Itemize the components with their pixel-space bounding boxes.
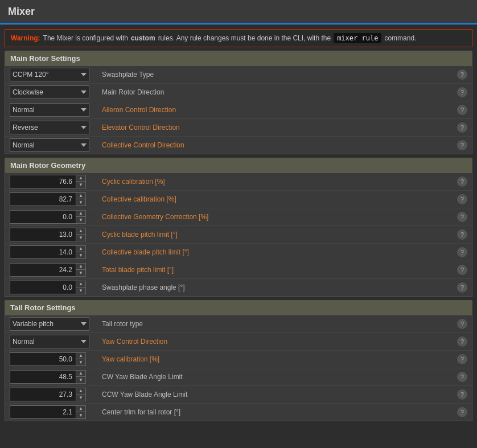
main-rotor-direction-help-icon[interactable]: ?	[457, 87, 467, 97]
collective-blade-pitch-limit-down-button[interactable]: ▼	[76, 252, 85, 258]
collective-geometry-correction-up-button[interactable]: ▲	[76, 211, 85, 217]
collective-calibration-input[interactable]	[10, 192, 76, 206]
warning-text-end: command.	[384, 34, 416, 42]
swashplate-phase-angle-label: Swashplate phase angle [°]	[95, 283, 457, 291]
total-blade-pitch-limit-input[interactable]	[10, 263, 76, 277]
field-row-tail-rotor-type: Variable pitchFixed pitchTail rotor type…	[5, 315, 472, 333]
aileron-control-direction-select[interactable]: NormalReverse	[10, 103, 89, 117]
collective-blade-pitch-limit-label: Collective blade pitch limit [°]	[95, 248, 457, 256]
collective-calibration-help-icon[interactable]: ?	[457, 194, 467, 204]
collective-blade-pitch-limit-spinner: ▲▼	[10, 245, 89, 259]
page-title: Mixer	[0, 0, 477, 24]
field-row-collective-control-direction: NormalReverseCollective Control Directio…	[5, 137, 472, 154]
aileron-control-direction-help-icon[interactable]: ?	[457, 105, 467, 115]
swashplate-type-help-icon[interactable]: ?	[457, 69, 467, 80]
collective-calibration-down-button[interactable]: ▼	[76, 199, 85, 205]
total-blade-pitch-limit-label: Total blade pitch limit [°]	[95, 266, 457, 274]
field-row-ccw-yaw-blade-angle-limit: ▲▼CCW Yaw Blade Angle Limit?	[5, 386, 472, 404]
collective-geometry-correction-spinner: ▲▼	[10, 210, 89, 224]
cw-yaw-blade-angle-limit-input[interactable]	[10, 370, 76, 384]
ccw-yaw-blade-angle-limit-label: CCW Yaw Blade Angle Limit	[95, 391, 457, 398]
tail-rotor-type-help-icon[interactable]: ?	[457, 319, 467, 329]
swashplate-type-select[interactable]: CCPM 120°CCPM 90°Single Servo	[10, 68, 89, 81]
swashplate-phase-angle-down-button[interactable]: ▼	[76, 287, 85, 294]
ccw-yaw-blade-angle-limit-down-button[interactable]: ▼	[76, 394, 85, 401]
elevator-control-direction-help-icon[interactable]: ?	[457, 122, 467, 133]
main-rotor-direction-select[interactable]: ClockwiseCounter-Clockwise	[10, 85, 89, 99]
yaw-control-direction-select[interactable]: NormalReverse	[10, 335, 89, 348]
center-trim-tail-rotor-up-button[interactable]: ▲	[76, 406, 85, 412]
swashplate-phase-angle-up-button[interactable]: ▲	[76, 281, 85, 287]
swashplate-phase-angle-help-icon[interactable]: ?	[457, 282, 467, 293]
cw-yaw-blade-angle-limit-up-button[interactable]: ▲	[76, 371, 85, 377]
center-trim-tail-rotor-help-icon[interactable]: ?	[457, 407, 467, 417]
total-blade-pitch-limit-help-icon[interactable]: ?	[457, 265, 467, 275]
collective-calibration-up-button[interactable]: ▲	[76, 193, 85, 199]
yaw-control-direction-label: Yaw Control Direction	[95, 338, 457, 346]
yaw-control-direction-help-icon[interactable]: ?	[457, 336, 467, 347]
cyclic-blade-pitch-limit-help-icon[interactable]: ?	[457, 229, 467, 240]
collective-control-direction-help-icon[interactable]: ?	[457, 140, 467, 150]
warning-label: Warning:	[11, 34, 40, 42]
yaw-calibration-up-button[interactable]: ▲	[76, 353, 85, 359]
collective-geometry-correction-input[interactable]	[10, 210, 76, 224]
center-trim-tail-rotor-input[interactable]	[10, 405, 76, 419]
cyclic-calibration-up-button[interactable]: ▲	[76, 175, 85, 182]
cyclic-calibration-down-button[interactable]: ▼	[76, 182, 85, 188]
elevator-control-direction-label: Elevator Control Direction	[95, 124, 457, 131]
ccw-yaw-blade-angle-limit-help-icon[interactable]: ?	[457, 389, 467, 400]
ccw-yaw-blade-angle-limit-spinner: ▲▼	[10, 388, 89, 401]
cyclic-blade-pitch-limit-label: Cyclic blade pitch limit [°]	[95, 231, 457, 239]
ccw-yaw-blade-angle-limit-up-button[interactable]: ▲	[76, 388, 85, 394]
tail-rotor-type-label: Tail rotor type	[95, 320, 457, 328]
total-blade-pitch-limit-spinner: ▲▼	[10, 263, 89, 277]
collective-control-direction-select[interactable]: NormalReverse	[10, 138, 89, 152]
field-row-main-rotor-direction: ClockwiseCounter-ClockwiseMain Rotor Dir…	[5, 84, 472, 101]
cyclic-blade-pitch-limit-input[interactable]	[10, 228, 76, 241]
cyclic-calibration-input[interactable]	[10, 175, 76, 188]
cyclic-blade-pitch-limit-up-button[interactable]: ▲	[76, 228, 85, 235]
swashplate-phase-angle-input[interactable]	[10, 281, 76, 294]
field-row-yaw-control-direction: NormalReverseYaw Control Direction?	[5, 333, 472, 351]
section-body-tail-rotor-settings: Variable pitchFixed pitchTail rotor type…	[5, 315, 472, 421]
elevator-control-direction-select[interactable]: NormalReverse	[10, 121, 89, 134]
yaw-calibration-spinner: ▲▼	[10, 352, 89, 366]
collective-control-direction-label: Collective Control Direction	[95, 141, 457, 149]
warning-command: mixer rule	[334, 33, 381, 43]
field-row-swashplate-phase-angle: ▲▼Swashplate phase angle [°]?	[5, 279, 472, 296]
cyclic-calibration-help-icon[interactable]: ?	[457, 176, 467, 187]
yaw-calibration-down-button[interactable]: ▼	[76, 359, 85, 365]
center-trim-tail-rotor-label: Center trim for tail rotor [°]	[95, 408, 457, 416]
collective-geometry-correction-label: Collective Geometry Correction [%]	[95, 213, 457, 221]
yaw-calibration-label: Yaw calibration [%]	[95, 355, 457, 363]
total-blade-pitch-limit-up-button[interactable]: ▲	[76, 264, 85, 270]
section-header-main-rotor-settings: Main Rotor Settings	[5, 51, 472, 66]
field-row-cw-yaw-blade-angle-limit: ▲▼CW Yaw Blade Angle Limit?	[5, 368, 472, 386]
center-trim-tail-rotor-down-button[interactable]: ▼	[76, 412, 85, 418]
aileron-control-direction-label: Aileron Control Direction	[95, 106, 457, 114]
cyclic-blade-pitch-limit-down-button[interactable]: ▼	[76, 235, 85, 241]
cw-yaw-blade-angle-limit-help-icon[interactable]: ?	[457, 372, 467, 382]
field-row-elevator-control-direction: NormalReverseElevator Control Direction?	[5, 119, 472, 137]
collective-geometry-correction-down-button[interactable]: ▼	[76, 217, 85, 223]
section-tail-rotor-settings: Tail Rotor SettingsVariable pitchFixed p…	[5, 300, 472, 421]
total-blade-pitch-limit-down-button[interactable]: ▼	[76, 270, 85, 276]
swashplate-type-label: Swashplate Type	[95, 71, 457, 79]
yaw-calibration-input[interactable]	[10, 352, 76, 366]
tail-rotor-type-select[interactable]: Variable pitchFixed pitch	[10, 317, 89, 331]
collective-blade-pitch-limit-input[interactable]	[10, 245, 76, 259]
collective-blade-pitch-limit-up-button[interactable]: ▲	[76, 246, 85, 252]
cyclic-calibration-spinner: ▲▼	[10, 175, 89, 188]
section-body-main-rotor-settings: CCPM 120°CCPM 90°Single ServoSwashplate …	[5, 66, 472, 154]
ccw-yaw-blade-angle-limit-input[interactable]	[10, 388, 76, 401]
yaw-calibration-help-icon[interactable]: ?	[457, 354, 467, 364]
collective-geometry-correction-help-icon[interactable]: ?	[457, 212, 467, 222]
center-trim-tail-rotor-spinner: ▲▼	[10, 405, 89, 419]
field-row-collective-blade-pitch-limit: ▲▼Collective blade pitch limit [°]?	[5, 244, 472, 261]
section-main-rotor-geometry: Main Rotor Geometry▲▼Cyclic calibration …	[5, 158, 472, 297]
cw-yaw-blade-angle-limit-down-button[interactable]: ▼	[76, 377, 85, 383]
main-rotor-direction-label: Main Rotor Direction	[95, 88, 457, 96]
collective-calibration-spinner: ▲▼	[10, 192, 89, 206]
collective-blade-pitch-limit-help-icon[interactable]: ?	[457, 247, 467, 257]
field-row-swashplate-type: CCPM 120°CCPM 90°Single ServoSwashplate …	[5, 66, 472, 84]
